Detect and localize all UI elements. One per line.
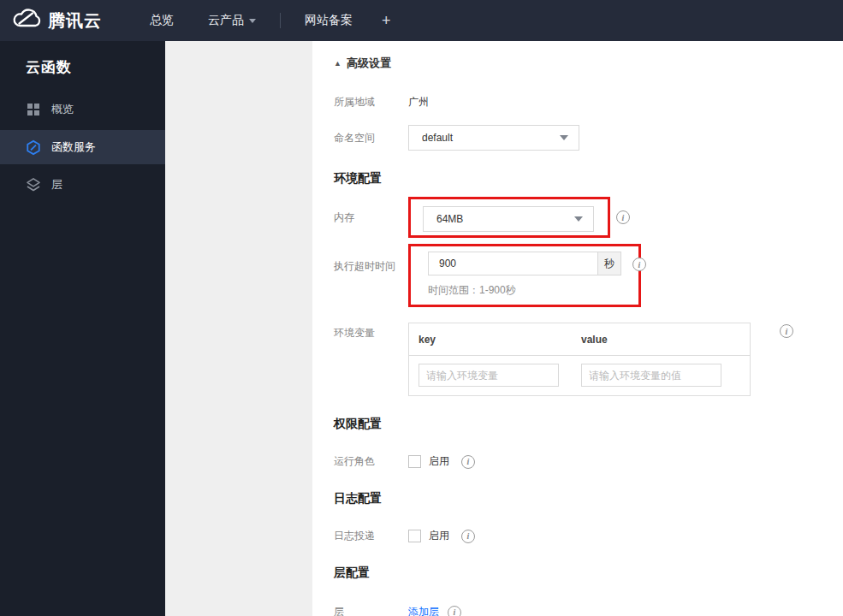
namespace-label: 命名空间	[334, 131, 408, 145]
env-vars-header: key value	[409, 323, 750, 356]
add-layer-link[interactable]: 添加层	[408, 605, 439, 616]
timeout-input[interactable]	[429, 252, 597, 275]
topbar: 腾讯云 总览 云产品 网站备案 +	[0, 0, 843, 41]
layer-row: 层 添加层 i	[334, 605, 826, 616]
env-vars-label: 环境变量	[334, 323, 408, 341]
env-value-header: value	[581, 334, 750, 346]
function-config-form: ▲ 高级设置 所属地域 广州 命名空间 default 环境配置 内存 64MB	[312, 41, 843, 616]
sidebar-item-label: 层	[51, 177, 62, 192]
region-label: 所属地域	[334, 95, 408, 110]
memory-info-icon[interactable]: i	[616, 210, 630, 224]
sidebar-item-label: 函数服务	[51, 139, 96, 155]
topbar-divider	[280, 13, 281, 28]
nav-cloud-products[interactable]: 云产品	[208, 13, 256, 28]
tencent-cloud-logo[interactable]: 腾讯云	[0, 8, 102, 33]
sidebar: 云函数 概览 函数服务	[0, 41, 165, 616]
secondary-panel	[165, 41, 312, 616]
cloud-logo-icon	[11, 8, 42, 33]
run-role-info-icon[interactable]: i	[461, 455, 475, 469]
region-value: 广州	[408, 95, 429, 110]
env-vars-row: 环境变量 key value i	[334, 323, 826, 396]
run-role-enable-checkbox[interactable]	[408, 455, 421, 468]
env-vars-input-row	[409, 356, 750, 395]
memory-select[interactable]: 64MB	[423, 206, 594, 232]
chevron-down-icon	[249, 19, 256, 23]
section-layer-config: 层配置	[334, 566, 826, 581]
annotation-box-timeout: 秒 时间范围：1-900秒 i	[408, 244, 641, 307]
region-row: 所属地域 广州	[334, 95, 826, 110]
log-delivery-label: 日志投递	[334, 529, 408, 543]
annotation-box-memory: 64MB	[408, 197, 610, 238]
env-vars-table: key value	[408, 323, 751, 396]
timeout-hint: 时间范围：1-900秒	[428, 283, 621, 298]
grid-icon	[26, 102, 41, 117]
memory-label: 内存	[334, 210, 408, 225]
layer-info-icon[interactable]: i	[448, 606, 461, 616]
namespace-row: 命名空间 default	[334, 125, 826, 151]
log-delivery-enable-label[interactable]: 启用	[429, 529, 449, 543]
timeout-unit: 秒	[597, 252, 620, 275]
section-env-config: 环境配置	[334, 171, 826, 187]
timeout-label: 执行超时时间	[334, 244, 408, 274]
section-permission-config: 权限配置	[334, 417, 826, 432]
env-key-header: key	[419, 334, 581, 346]
env-value-input[interactable]	[581, 364, 721, 387]
collapse-arrow-icon: ▲	[334, 60, 341, 68]
dropdown-arrow-icon	[560, 135, 568, 140]
log-delivery-row: 日志投递 启用 i	[334, 529, 826, 543]
env-vars-info-icon[interactable]: i	[780, 324, 793, 338]
log-delivery-enable-checkbox[interactable]	[408, 530, 421, 542]
run-role-row: 运行角色 启用 i	[334, 454, 826, 469]
sidebar-item-label: 概览	[51, 102, 74, 117]
dropdown-arrow-icon	[574, 216, 583, 222]
memory-selected-value: 64MB	[436, 213, 463, 225]
timeout-input-group: 秒	[428, 252, 621, 275]
logo-text: 腾讯云	[48, 9, 102, 33]
namespace-select[interactable]: default	[408, 125, 579, 151]
advanced-settings-label: 高级设置	[347, 56, 391, 71]
top-navigation: 总览 云产品 网站备案 +	[133, 12, 403, 30]
timeout-info-icon[interactable]: i	[632, 258, 646, 271]
advanced-settings-toggle[interactable]: ▲ 高级设置	[334, 56, 826, 71]
product-title: 云函数	[0, 41, 165, 89]
nav-icp-filing[interactable]: 网站备案	[305, 13, 353, 28]
run-role-label: 运行角色	[334, 454, 408, 469]
nav-overview[interactable]: 总览	[150, 13, 174, 28]
layers-icon	[26, 177, 41, 192]
log-delivery-info-icon[interactable]: i	[461, 530, 475, 543]
sidebar-item-function-service[interactable]: 函数服务	[0, 130, 165, 164]
run-role-enable-label[interactable]: 启用	[429, 454, 449, 469]
sidebar-item-overview[interactable]: 概览	[0, 92, 165, 127]
namespace-selected-value: default	[422, 132, 453, 144]
section-log-config: 日志配置	[334, 491, 826, 506]
env-key-input[interactable]	[419, 364, 559, 387]
hexagon-function-icon	[26, 139, 41, 155]
timeout-row: 执行超时时间 秒 时间范围：1-900秒 i	[334, 244, 826, 307]
sidebar-item-layers[interactable]: 层	[0, 168, 165, 202]
layer-label: 层	[334, 605, 408, 616]
memory-row: 内存 64MB i	[334, 197, 826, 238]
add-tab-button[interactable]: +	[382, 12, 391, 30]
